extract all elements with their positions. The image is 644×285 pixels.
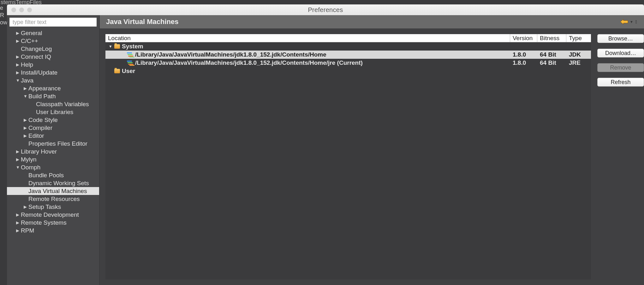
chevron-right-icon[interactable]: ▶ — [16, 219, 20, 227]
tree-item-remote-resources[interactable]: ▶Remote Resources — [7, 195, 99, 203]
cell-version: 1.8.0 — [510, 59, 537, 66]
page-title: Java Virtual Machines — [106, 18, 179, 26]
tree-item-label: Bundle Pools — [28, 171, 64, 179]
chevron-down-icon[interactable]: ▼ — [23, 92, 27, 100]
table-group-row[interactable]: ▶User — [105, 67, 591, 75]
tree-item-label: Appearance — [28, 84, 61, 92]
tree-item-connect-iq[interactable]: ▶Connect IQ — [7, 53, 99, 61]
cell-location: /Library/Java/JavaVirtualMachines/jdk1.8… — [135, 59, 363, 66]
tree-item-compiler[interactable]: ▶Compiler — [7, 124, 99, 132]
tree-item-label: Properties Files Editor — [28, 140, 87, 148]
tree-item-label: C/C++ — [21, 37, 38, 45]
tree-item-appearance[interactable]: ▶Appearance — [7, 84, 99, 92]
chevron-right-icon[interactable]: ▶ — [16, 53, 20, 61]
tree-item-install-update[interactable]: ▶Install/Update — [7, 69, 99, 76]
folder-icon — [114, 69, 120, 73]
chevron-right-icon[interactable]: ▶ — [23, 203, 27, 211]
preferences-tree[interactable]: ▶General▶C/C++▶ChangeLog▶Connect IQ▶Help… — [7, 29, 99, 285]
chevron-right-icon[interactable]: ▶ — [16, 37, 20, 45]
column-type[interactable]: Type — [566, 34, 591, 42]
column-version[interactable]: Version — [510, 34, 537, 42]
tree-item-label: General — [21, 29, 42, 37]
tree-item-general[interactable]: ▶General — [7, 29, 99, 37]
tree-item-label: Java — [21, 76, 33, 84]
background-partial-sidebar: eRowe — [0, 4, 7, 285]
chevron-down-icon[interactable]: ▼ — [16, 76, 20, 84]
tree-item-bundle-pools[interactable]: ▶Bundle Pools — [7, 171, 99, 179]
chevron-right-icon[interactable]: ▶ — [23, 124, 27, 132]
tree-item-label: Remote Resources — [28, 195, 80, 203]
table-group-row[interactable]: ▼System — [105, 42, 591, 51]
tree-item-code-style[interactable]: ▶Code Style — [7, 116, 99, 124]
tree-item-properties-files-editor[interactable]: ▶Properties Files Editor — [7, 140, 99, 148]
refresh-button[interactable]: Refresh — [597, 78, 644, 87]
tree-item-dynamic-working-sets[interactable]: ▶Dynamic Working Sets — [7, 179, 99, 187]
filter-input[interactable] — [9, 18, 97, 27]
back-arrow-icon[interactable] — [620, 19, 629, 25]
tree-item-java[interactable]: ▼Java — [7, 76, 99, 84]
chevron-right-icon[interactable]: ▶ — [16, 61, 20, 69]
table-row[interactable]: ▶/Library/Java/JavaVirtualMachines/jdk1.… — [105, 59, 591, 67]
tree-item-user-libraries[interactable]: ▶User Libraries — [7, 108, 99, 116]
cell-type: JRE — [566, 59, 591, 66]
tree-item-oomph[interactable]: ▼Oomph — [7, 163, 99, 171]
tree-item-label: User Libraries — [36, 108, 73, 116]
tree-item-label: Dynamic Working Sets — [28, 179, 89, 187]
tree-item-classpath-variables[interactable]: ▶Classpath Variables — [7, 100, 99, 108]
view-menu-icon[interactable] — [635, 19, 638, 24]
cell-bitness: 64 Bit — [537, 59, 566, 66]
tree-item-label: Mylyn — [21, 155, 37, 163]
chevron-right-icon[interactable]: ▶ — [23, 132, 27, 140]
tree-item-label: Setup Tasks — [28, 203, 61, 211]
tree-item-rpm[interactable]: ▶RPM — [7, 227, 99, 234]
titlebar[interactable]: Preferences — [7, 4, 644, 15]
preferences-window: Preferences ▶General▶C/C++▶ChangeLog▶Con… — [7, 4, 644, 285]
tree-item-mylyn[interactable]: ▶Mylyn — [7, 155, 99, 163]
tree-item-changelog[interactable]: ▶ChangeLog — [7, 45, 99, 53]
tree-item-label: Code Style — [28, 116, 58, 124]
tree-item-library-hover[interactable]: ▶Library Hover — [7, 148, 99, 155]
jvm-table[interactable]: Location Version Bitness Type ▼System▶/L… — [105, 34, 591, 279]
remove-button: Remove — [597, 63, 644, 72]
browse-button[interactable]: Browse… — [597, 34, 644, 43]
cell-location: User — [122, 68, 135, 75]
tree-item-remote-development[interactable]: ▶Remote Development — [7, 211, 99, 219]
cell-location: /Library/Java/JavaVirtualMachines/jdk1.8… — [135, 51, 326, 58]
tree-item-label: RPM — [21, 227, 34, 234]
svg-marker-0 — [620, 19, 628, 24]
tree-item-java-virtual-machines[interactable]: ▶Java Virtual Machines — [7, 187, 99, 195]
button-column: Browse… Download… Remove Refresh — [597, 28, 644, 285]
window-title: Preferences — [7, 6, 644, 14]
cell-version: 1.8.0 — [510, 51, 537, 58]
tree-item-label: Help — [21, 61, 33, 69]
folder-icon — [114, 44, 120, 49]
cell-type: JDK — [566, 51, 591, 58]
cell-location: System — [122, 43, 143, 50]
chevron-right-icon[interactable]: ▶ — [23, 116, 27, 124]
download-button[interactable]: Download… — [597, 49, 644, 58]
java-stack-icon — [127, 61, 133, 65]
table-row[interactable]: ▶/Library/Java/JavaVirtualMachines/jdk1.… — [105, 51, 591, 59]
tree-item-editor[interactable]: ▶Editor — [7, 132, 99, 140]
tree-item-label: Editor — [28, 132, 44, 140]
column-bitness[interactable]: Bitness — [537, 34, 566, 42]
chevron-right-icon[interactable]: ▶ — [16, 29, 20, 37]
chevron-right-icon[interactable]: ▶ — [16, 227, 20, 234]
background-window-title: stemsTempFiles — [0, 0, 644, 4]
chevron-right-icon[interactable]: ▶ — [16, 155, 20, 163]
tree-item-remote-systems[interactable]: ▶Remote Systems — [7, 219, 99, 227]
tree-item-build-path[interactable]: ▼Build Path — [7, 92, 99, 100]
chevron-right-icon[interactable]: ▶ — [16, 148, 20, 155]
tree-item-setup-tasks[interactable]: ▶Setup Tasks — [7, 203, 99, 211]
chevron-right-icon[interactable]: ▶ — [16, 211, 20, 219]
table-header[interactable]: Location Version Bitness Type — [105, 34, 591, 42]
chevron-down-icon[interactable]: ▼ — [109, 44, 112, 49]
chevron-right-icon[interactable]: ▶ — [16, 69, 20, 76]
column-location[interactable]: Location — [105, 34, 510, 42]
back-dropdown-icon[interactable]: ▼ — [630, 20, 633, 24]
tree-item-c-c-[interactable]: ▶C/C++ — [7, 37, 99, 45]
chevron-down-icon[interactable]: ▼ — [16, 163, 20, 171]
chevron-right-icon[interactable]: ▶ — [23, 84, 27, 92]
tree-item-help[interactable]: ▶Help — [7, 61, 99, 69]
tree-item-label: Install/Update — [21, 69, 57, 76]
